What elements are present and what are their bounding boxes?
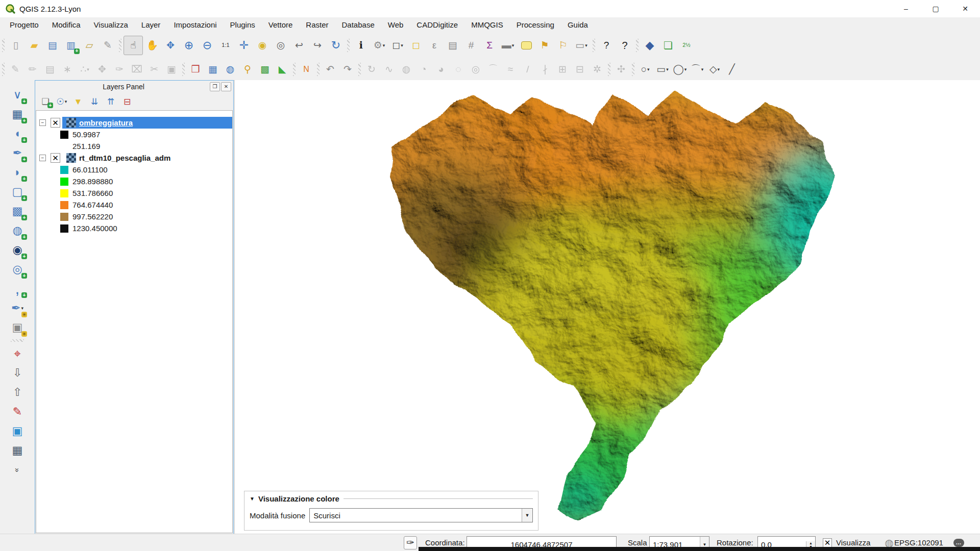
pan-map[interactable]: ✋ <box>143 36 161 55</box>
zoom-in[interactable]: ⊕ <box>180 36 198 55</box>
plugin-web-globe[interactable]: ◍ <box>222 61 239 78</box>
deselect-features[interactable]: ◻ <box>407 36 425 55</box>
add-feature-dropdown[interactable]: ▾ <box>87 67 89 72</box>
add-record[interactable]: ∗ <box>59 61 76 78</box>
add-spatialite-layer[interactable]: ✒ <box>7 143 28 163</box>
new-spatialite-layer[interactable]: ✒▾ <box>7 298 28 318</box>
simplify-feature[interactable]: ∿ <box>380 61 398 78</box>
move-feature[interactable]: ✥ <box>93 61 111 78</box>
new-scratch-layer[interactable]: ▣ <box>7 318 28 337</box>
menu-impostazioni[interactable]: Impostazioni <box>167 17 223 32</box>
new-project[interactable]: ▯ <box>7 36 25 55</box>
add-part[interactable]: ◔ <box>415 61 432 78</box>
plugin-pin[interactable]: ⚲ <box>239 61 256 78</box>
expander-icon[interactable] <box>39 155 46 161</box>
pan-to-selection[interactable]: ✥ <box>161 36 180 55</box>
identify-features[interactable]: ℹ <box>352 36 370 55</box>
current-edits[interactable]: ✎ <box>7 61 24 78</box>
layer-selection-band[interactable]: rt_dtm10_pescaglia_adm <box>62 152 232 164</box>
zoom-to-layer[interactable]: ◎ <box>272 36 290 55</box>
text-annotation-dropdown[interactable]: ▾ <box>585 43 587 48</box>
plugin-quickmap[interactable]: ▩ <box>256 61 274 78</box>
menu-layer[interactable]: Layer <box>135 17 167 32</box>
gps-tracking[interactable]: ⌖ <box>7 344 28 363</box>
new-spatialite-layer-dropdown[interactable]: ▾ <box>21 306 23 311</box>
plugin-25d[interactable]: 2½ <box>677 36 696 55</box>
osm-download[interactable]: ⇩ <box>7 363 28 383</box>
plugin-blue-tool[interactable]: ◆ <box>641 36 659 55</box>
reshape-features[interactable]: ⌒ <box>484 61 502 78</box>
save-layer-edits[interactable]: ▤ <box>41 61 59 78</box>
cad-ellipse-dropdown[interactable]: ▾ <box>647 67 650 72</box>
close-button[interactable]: ✕ <box>950 0 980 17</box>
add-group[interactable]: ❏ <box>37 94 54 109</box>
add-wcs-layer[interactable]: ◉ <box>7 240 28 260</box>
cad-polygon[interactable]: ◇▾ <box>706 61 723 78</box>
layer-visibility-checkbox[interactable] <box>51 153 60 163</box>
menu-visualizza[interactable]: Visualizza <box>87 17 135 32</box>
map-tips[interactable] <box>517 36 535 55</box>
save-project[interactable]: ▤ <box>43 36 62 55</box>
zoom-last[interactable]: ↩ <box>290 36 308 55</box>
zoom-to-selection[interactable]: ◉ <box>253 36 272 55</box>
measure[interactable]: ▬▾ <box>499 36 517 55</box>
color-panel-header[interactable]: ▼ Visualizzazione colore <box>250 494 533 503</box>
osm-upload[interactable]: ⇧ <box>7 383 28 402</box>
plugin-green-polygon[interactable]: ◣ <box>274 61 291 78</box>
add-wfs-layer[interactable]: ◎ <box>7 260 28 279</box>
add-oracle-layer[interactable]: ▢ <box>7 182 28 202</box>
manage-layer-visibility-dropdown[interactable]: ▾ <box>65 99 67 104</box>
filter-legend[interactable]: ▼ <box>70 94 86 109</box>
node-tool[interactable]: ✑ <box>111 61 128 78</box>
fill-ring[interactable]: ◕ <box>432 61 450 78</box>
plugin-tool-red[interactable]: ❒ <box>187 61 204 78</box>
menu-mmqgis[interactable]: MMQGIS <box>464 17 510 32</box>
menu-processing[interactable]: Processing <box>510 17 561 32</box>
add-feature[interactable]: ∴▾ <box>76 61 93 78</box>
menu-guida[interactable]: Guida <box>561 17 595 32</box>
rotate-feature[interactable]: ↻ <box>363 61 380 78</box>
map-canvas[interactable] <box>234 80 980 534</box>
add-delimited-text-layer[interactable]: , <box>7 279 28 298</box>
menu-plugins[interactable]: Plugins <box>224 17 262 32</box>
geometry-checker[interactable]: ▣ <box>7 421 28 441</box>
cad-ellipse[interactable]: ○▾ <box>636 61 654 78</box>
statistical-summary[interactable]: Σ <box>480 36 499 55</box>
chevron-down-icon[interactable]: ▼ <box>522 509 532 522</box>
zoom-native[interactable]: 1:1 <box>216 36 235 55</box>
add-oracle-georaster[interactable]: ▩ <box>7 202 28 221</box>
redo[interactable]: ↷ <box>339 61 356 78</box>
expand-all[interactable]: ⇊ <box>86 94 103 109</box>
plugin-screen-tool[interactable]: ▦ <box>204 61 222 78</box>
expander-icon[interactable] <box>39 119 46 126</box>
rotate-point-symbols[interactable]: ✲ <box>589 61 606 78</box>
menu-progetto[interactable]: Progetto <box>3 17 45 32</box>
select-by-expression[interactable]: ε <box>425 36 444 55</box>
add-ring[interactable]: ◍ <box>398 61 415 78</box>
paste-features[interactable]: ▣ <box>163 61 180 78</box>
whats-this[interactable]: ? <box>616 36 634 55</box>
merge-features[interactable]: ⊞ <box>554 61 571 78</box>
collapse-arrow-icon[interactable]: ▼ <box>250 496 255 502</box>
add-vector-layer[interactable]: ∨ <box>7 85 28 105</box>
merge-attributes[interactable]: ⊟ <box>571 61 589 78</box>
help-contents[interactable]: ? <box>597 36 616 55</box>
add-postgis-layer[interactable]: ◖ <box>7 124 28 143</box>
select-features-dropdown[interactable]: ▾ <box>401 43 403 48</box>
openlayers-plugin[interactable]: N <box>298 61 315 78</box>
trace-digitize[interactable]: ✎ <box>7 402 28 421</box>
save-project-as[interactable]: ▥ <box>62 36 80 55</box>
cad-circle-dropdown[interactable]: ▾ <box>684 67 687 72</box>
more-tools[interactable]: » <box>7 460 28 480</box>
render-progress-icon[interactable]: ✑ <box>401 534 420 551</box>
split-features[interactable]: / <box>519 61 536 78</box>
run-feature-action-dropdown[interactable]: ▾ <box>383 43 385 48</box>
touch-zoom-pan[interactable]: ☝ <box>124 36 143 55</box>
plugin-layers-tool[interactable]: ❏ <box>659 36 677 55</box>
refresh-map[interactable]: ↻ <box>327 36 345 55</box>
offset-curve[interactable]: ≈ <box>502 61 519 78</box>
menu-raster[interactable]: Raster <box>299 17 335 32</box>
show-statistics[interactable]: # <box>462 36 480 55</box>
cad-circle[interactable]: ◯▾ <box>671 61 689 78</box>
text-annotation[interactable]: ▭▾ <box>572 36 591 55</box>
